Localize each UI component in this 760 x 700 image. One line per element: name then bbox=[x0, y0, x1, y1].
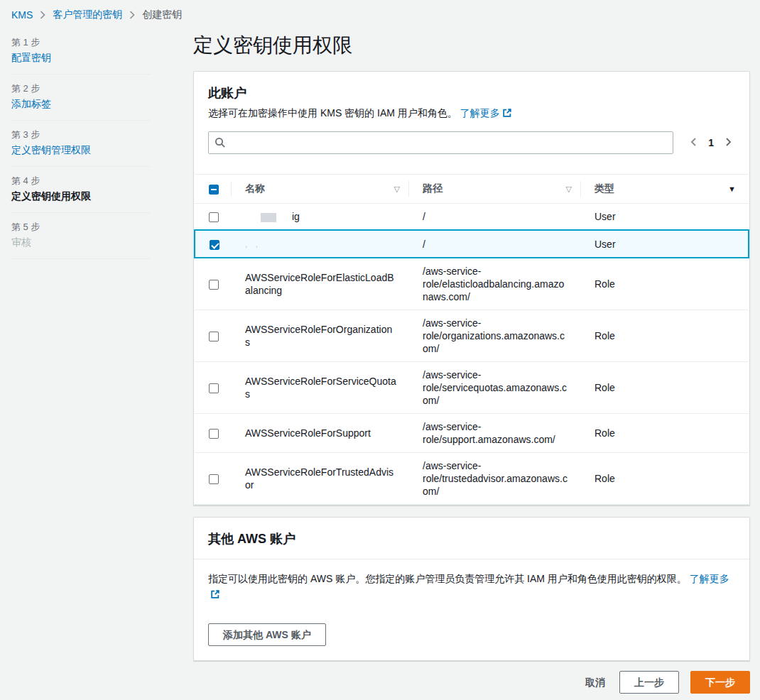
breadcrumb-link-customer-managed-keys[interactable]: 客户管理的密钥 bbox=[53, 9, 122, 21]
step-number-label: 第 3 步 bbox=[11, 128, 151, 141]
chevron-right-icon bbox=[40, 11, 45, 19]
wizard-step-3: 第 3 步 定义密钥管理权限 bbox=[11, 121, 151, 167]
column-label: 类型 bbox=[595, 182, 614, 194]
type-cell: Role bbox=[580, 414, 749, 453]
column-header-type[interactable]: 类型 ▼ bbox=[580, 175, 749, 204]
learn-more-link[interactable]: 了解更多 bbox=[460, 107, 500, 119]
checkbox-cell bbox=[195, 204, 231, 231]
previous-page-button[interactable] bbox=[688, 136, 698, 151]
row-name: AWSServiceRoleForOrganizations bbox=[245, 324, 392, 348]
breadcrumb-current: 创建密钥 bbox=[142, 9, 182, 21]
name-cell: AWSServiceRoleForElasticLoadBalancing bbox=[231, 258, 408, 310]
other-aws-accounts-card: 其他 AWS 账户 指定可以使用此密钥的 AWS 账户。您指定的账户管理员负责管… bbox=[193, 517, 750, 661]
row-name: ig bbox=[292, 211, 300, 222]
name-cell: AWSServiceRoleForServiceQuotas bbox=[231, 362, 408, 414]
type-cell: User bbox=[580, 204, 749, 231]
previous-step-button[interactable]: 上一步 bbox=[619, 671, 679, 694]
path-cell: / bbox=[408, 230, 580, 258]
type-cell: User bbox=[580, 230, 749, 258]
step-link-configure-key[interactable]: 配置密钥 bbox=[11, 52, 151, 65]
row-checkbox[interactable] bbox=[209, 332, 219, 341]
add-other-aws-account-button[interactable]: 添加其他 AWS 账户 bbox=[208, 623, 326, 646]
checkbox-cell bbox=[195, 310, 231, 362]
external-link-icon[interactable] bbox=[502, 107, 512, 121]
type-cell: Role bbox=[580, 258, 749, 310]
other-accounts-title: 其他 AWS 账户 bbox=[208, 530, 735, 547]
table-row[interactable]: ig/User bbox=[195, 204, 749, 231]
chevron-left-icon bbox=[690, 137, 697, 149]
row-name: AWSServiceRoleForTrustedAdvisor bbox=[245, 466, 393, 491]
table-row[interactable]: AWSServiceRoleForOrganizations/aws-servi… bbox=[195, 310, 749, 362]
row-checkbox[interactable] bbox=[209, 212, 219, 222]
row-checkbox[interactable] bbox=[209, 474, 219, 484]
current-page-number[interactable]: 1 bbox=[708, 137, 714, 148]
column-header-path[interactable]: 路径 ▽ bbox=[408, 175, 580, 204]
external-link-icon[interactable] bbox=[210, 588, 220, 603]
wizard-step-5: 第 5 步 审核 bbox=[11, 213, 151, 259]
this-account-card: 此账户 选择可在加密操作中使用 KMS 密钥的 IAM 用户和角色。 了解更多 bbox=[193, 71, 750, 505]
step-number-label: 第 2 步 bbox=[11, 82, 151, 95]
row-name: AWSServiceRoleForElasticLoadBalancing bbox=[245, 272, 394, 296]
name-cell: AWSServiceRoleForTrustedAdvisor bbox=[231, 453, 408, 505]
type-cell: Role bbox=[580, 362, 749, 414]
step-link-add-tags[interactable]: 添加标签 bbox=[11, 98, 151, 111]
wizard-steps-sidebar: 第 1 步 配置密钥 第 2 步 添加标签 第 3 步 定义密钥管理权限 第 4… bbox=[11, 28, 151, 259]
step-number-label: 第 5 步 bbox=[11, 221, 151, 234]
table-header-row: 名称 ▽ 路径 ▽ 类型 ▼ bbox=[195, 175, 749, 204]
table-body: ig/User, ,/UserAWSServiceRoleForElasticL… bbox=[195, 204, 749, 505]
next-page-button[interactable] bbox=[724, 136, 734, 151]
kms-create-key-page: KMS 客户管理的密钥 创建密钥 第 1 步 配置密钥 第 2 步 添加标签 第… bbox=[0, 0, 760, 699]
row-checkbox[interactable] bbox=[209, 383, 219, 393]
path-cell: /aws-service-role/elasticloadbalancing.a… bbox=[408, 258, 580, 310]
select-all-checkbox[interactable] bbox=[209, 185, 219, 195]
wizard-step-2: 第 2 步 添加标签 bbox=[11, 75, 151, 121]
row-checkbox[interactable] bbox=[209, 280, 219, 290]
type-cell: Role bbox=[580, 310, 749, 362]
step-number-label: 第 4 步 bbox=[11, 175, 151, 187]
checkbox-cell bbox=[195, 414, 231, 453]
row-checkbox[interactable] bbox=[210, 240, 219, 250]
cancel-button[interactable]: 取消 bbox=[582, 672, 608, 693]
step-link-key-admin-permissions[interactable]: 定义密钥管理权限 bbox=[11, 144, 151, 157]
iam-users-roles-table: 名称 ▽ 路径 ▽ 类型 ▼ bbox=[194, 174, 749, 505]
pagination: 1 bbox=[688, 136, 735, 151]
learn-more-link[interactable]: 了解更多 bbox=[690, 573, 729, 584]
sort-icon[interactable]: ▽ bbox=[394, 182, 400, 195]
step-number-label: 第 1 步 bbox=[11, 36, 151, 49]
row-checkbox[interactable] bbox=[209, 429, 219, 439]
searchbox bbox=[208, 131, 673, 154]
filter-icon[interactable]: ▼ bbox=[728, 182, 736, 195]
checkbox-cell bbox=[195, 258, 231, 310]
this-account-title: 此账户 bbox=[208, 84, 735, 102]
breadcrumb-link-kms[interactable]: KMS bbox=[11, 9, 33, 21]
next-step-button[interactable]: 下一步 bbox=[690, 671, 750, 694]
description-text: 指定可以使用此密钥的 AWS 账户。您指定的账户管理员负责管理允许其 IAM 用… bbox=[208, 573, 687, 584]
table-toolbar: 1 bbox=[208, 131, 735, 154]
name-cell: , , bbox=[231, 230, 408, 258]
column-label: 路径 bbox=[423, 182, 443, 194]
checkbox-cell bbox=[195, 453, 231, 505]
type-cell: Role bbox=[580, 453, 749, 505]
column-header-name[interactable]: 名称 ▽ bbox=[231, 175, 408, 204]
path-cell: /aws-service-role/trustedadvisor.amazona… bbox=[408, 453, 580, 505]
step-disabled-review: 审核 bbox=[11, 236, 151, 249]
step-current-key-usage-permissions: 定义密钥使用权限 bbox=[11, 190, 151, 203]
chevron-right-icon bbox=[129, 11, 135, 19]
table-row[interactable]: , ,/User bbox=[195, 230, 749, 258]
table-row[interactable]: AWSServiceRoleForTrustedAdvisor/aws-serv… bbox=[195, 453, 749, 505]
table-row[interactable]: AWSServiceRoleForServiceQuotas/aws-servi… bbox=[195, 362, 749, 414]
breadcrumb: KMS 客户管理的密钥 创建密钥 bbox=[11, 6, 750, 28]
page-title: 定义密钥使用权限 bbox=[193, 33, 750, 58]
row-name: AWSServiceRoleForServiceQuotas bbox=[245, 376, 396, 400]
table-row[interactable]: AWSServiceRoleForSupport/aws-service-rol… bbox=[195, 414, 749, 453]
wizard-footer-actions: 取消 上一步 下一步 bbox=[193, 671, 750, 699]
path-cell: /aws-service-role/support.amazonaws.com/ bbox=[408, 414, 580, 453]
path-cell: /aws-service-role/organizations.amazonaw… bbox=[408, 310, 580, 362]
this-account-description: 选择可在加密操作中使用 KMS 密钥的 IAM 用户和角色。 了解更多 bbox=[208, 106, 735, 121]
search-input[interactable] bbox=[208, 131, 673, 154]
table-row[interactable]: AWSServiceRoleForElasticLoadBalancing/aw… bbox=[195, 258, 749, 310]
path-cell: /aws-service-role/servicequotas.amazonaw… bbox=[408, 362, 580, 414]
sort-icon[interactable]: ▽ bbox=[566, 182, 572, 195]
row-name: , , bbox=[245, 239, 261, 249]
description-text: 选择可在加密操作中使用 KMS 密钥的 IAM 用户和角色。 bbox=[208, 107, 457, 119]
